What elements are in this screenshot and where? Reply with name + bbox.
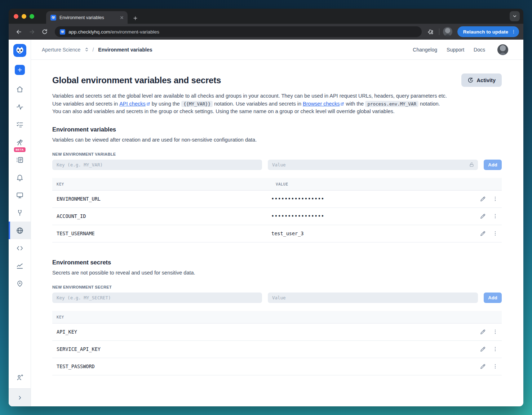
pencil-icon <box>480 231 486 237</box>
logs-icon <box>16 156 24 164</box>
sidebar-item-code[interactable] <box>9 239 31 257</box>
pencil-icon <box>480 213 486 219</box>
changelog-link[interactable]: Changelog <box>413 47 437 53</box>
row-menu-button[interactable] <box>492 363 499 370</box>
secrets-table: KEYAPI_KEYSERVICE_API_KEYTEST_PASSWORD <box>52 311 502 375</box>
row-menu-button[interactable] <box>492 345 499 353</box>
forward-button[interactable] <box>26 26 37 37</box>
main-column: Aperture Science / Environment variables… <box>31 40 523 406</box>
intro-text: notation. Use variables and secrets in <box>213 101 303 107</box>
edit-button[interactable] <box>479 230 487 237</box>
globe-icon <box>16 227 24 235</box>
chart-icon <box>16 262 24 270</box>
edit-button[interactable] <box>479 363 487 370</box>
row-value-masked: •••••••••••••••• <box>271 214 471 219</box>
sidebar-item-bell[interactable] <box>9 169 31 186</box>
variable-key-input[interactable] <box>52 160 262 170</box>
secrets-section-title: Environment secrets <box>52 259 502 266</box>
row-menu-button[interactable] <box>492 195 499 203</box>
intro-text: with the <box>344 101 365 107</box>
new-secret-form: Add <box>52 293 502 303</box>
row-actions <box>471 345 502 353</box>
variables-section-title: Environment variables <box>52 126 502 133</box>
kebab-menu-icon <box>492 329 498 335</box>
sidebar-item-checklist[interactable] <box>9 116 31 133</box>
row-key: API_KEY <box>52 329 471 335</box>
docs-link[interactable]: Docs <box>474 47 485 53</box>
tab-close-icon[interactable] <box>120 15 124 20</box>
breadcrumb-current: Environment variables <box>98 47 152 53</box>
tab-search-chevron-button[interactable] <box>510 11 520 21</box>
pencil-icon <box>480 346 486 352</box>
row-menu-button[interactable] <box>492 213 499 220</box>
variables-section-description: Variables can be viewed after creation a… <box>52 137 502 143</box>
sidebar-item-logs[interactable] <box>9 151 31 169</box>
address-bar[interactable]: app.checklyhq.com/environment-variables <box>55 26 422 37</box>
toolbar-divider <box>439 28 439 35</box>
column-header: KEY <box>52 182 271 186</box>
activity-button[interactable]: Activity <box>461 73 502 87</box>
inline-link[interactable]: Browser checks <box>303 100 344 108</box>
new-variable-form: Add <box>52 160 502 170</box>
table-row: API_KEY <box>52 323 502 341</box>
minimize-window-button[interactable] <box>22 14 26 19</box>
browser-toolbar: app.checklyhq.com/environment-variables … <box>9 24 523 40</box>
sidebar-item-invite-user[interactable] <box>9 369 31 386</box>
external-link-icon <box>340 102 344 106</box>
sidebar-item-home[interactable] <box>9 80 31 98</box>
pin-icon <box>16 280 24 287</box>
sidebar-item-monitor[interactable] <box>9 186 31 204</box>
row-key: TEST_USERNAME <box>52 231 271 236</box>
new-tab-button[interactable] <box>133 15 138 21</box>
table-row: TEST_PASSWORD <box>52 358 502 375</box>
extensions-icon[interactable] <box>426 26 435 37</box>
row-menu-button[interactable] <box>492 230 499 237</box>
sidebar-item-maintenance[interactable] <box>9 204 31 222</box>
maximize-window-button[interactable] <box>30 14 34 19</box>
sidebar-collapse-button[interactable] <box>9 388 31 406</box>
relaunch-to-update-button[interactable]: Relaunch to update <box>457 26 519 37</box>
variable-value-input[interactable] <box>268 160 478 170</box>
support-link[interactable]: Support <box>447 47 464 53</box>
add-secret-button[interactable]: Add <box>484 293 502 303</box>
chevron-right-icon <box>17 395 23 401</box>
edit-button[interactable] <box>479 195 487 203</box>
account-switcher-icon[interactable] <box>84 47 89 52</box>
variables-table: KEYVALUEENVIRONMENT_URL••••••••••••••••A… <box>52 178 502 242</box>
row-actions <box>471 230 502 237</box>
sidebar-item-pin[interactable] <box>9 275 31 292</box>
new-secret-label: NEW ENVIRONMENT SECRET <box>52 285 502 289</box>
sidebar-item-globe[interactable] <box>9 222 31 239</box>
sidebar-item-telescope[interactable]: BETA <box>9 133 31 151</box>
sidebar-item-chart[interactable] <box>9 257 31 275</box>
edit-button[interactable] <box>479 328 487 336</box>
code-icon <box>16 244 24 252</box>
close-window-button[interactable] <box>14 14 18 19</box>
reload-button[interactable] <box>39 26 50 37</box>
user-avatar[interactable] <box>497 44 508 55</box>
create-new-button[interactable] <box>15 65 25 75</box>
back-button[interactable] <box>13 26 25 37</box>
code-chip: {{MY_VAR}} <box>181 101 213 107</box>
unlock-icon[interactable] <box>469 162 474 168</box>
breadcrumb-separator: / <box>92 47 94 53</box>
row-menu-button[interactable] <box>492 328 499 336</box>
edit-button[interactable] <box>479 345 487 353</box>
secret-value-input[interactable] <box>268 293 478 303</box>
row-key: TEST_PASSWORD <box>52 363 471 369</box>
secret-key-input[interactable] <box>52 293 262 303</box>
browser-tab[interactable]: Environment variables <box>46 11 128 24</box>
url-text: app.checklyhq.com/environment-variables <box>68 29 159 35</box>
sidebar-item-pulse[interactable] <box>9 98 31 116</box>
relaunch-label: Relaunch to update <box>463 29 508 35</box>
telescope-icon <box>16 138 24 146</box>
pencil-icon <box>480 329 486 335</box>
column-header: KEY <box>52 315 471 319</box>
table-row: TEST_USERNAMEtest_user_3 <box>52 225 502 242</box>
checkly-logo[interactable] <box>13 44 26 57</box>
browser-profile-avatar[interactable] <box>443 27 452 36</box>
add-variable-button[interactable]: Add <box>484 160 502 170</box>
inline-link[interactable]: API checks <box>119 100 150 108</box>
edit-button[interactable] <box>479 213 487 220</box>
breadcrumb-account[interactable]: Aperture Science <box>42 47 80 53</box>
